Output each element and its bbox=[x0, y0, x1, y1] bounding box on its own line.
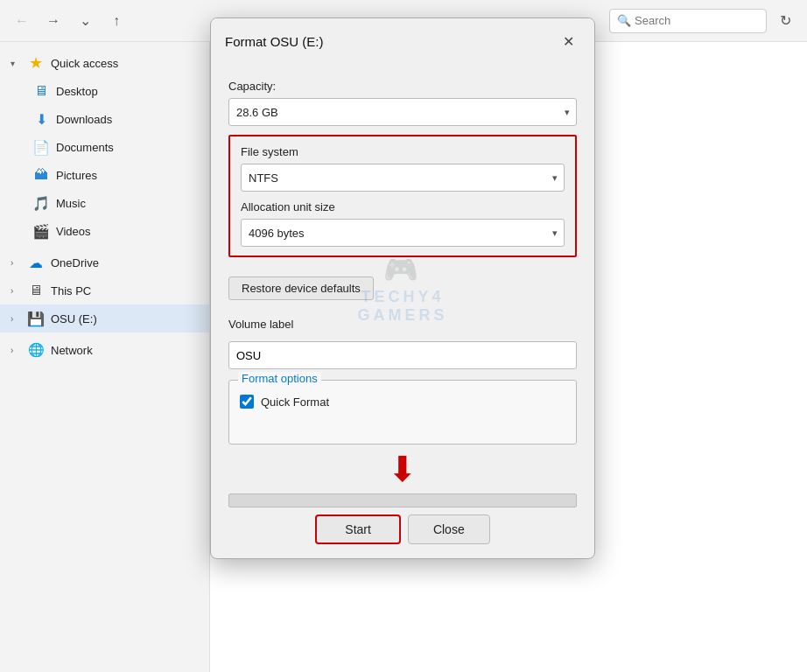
allocation-label: Allocation unit size bbox=[241, 200, 565, 214]
format-dialog: Format OSU (E:) ✕ Capacity: 28.6 GB ▾ Fi… bbox=[210, 18, 595, 559]
expand-arrow-icon: ▾ bbox=[11, 59, 25, 68]
expand-arrow-osu-icon: › bbox=[11, 314, 25, 324]
sidebar-item-quick-access[interactable]: ▾ ★ Quick access bbox=[0, 49, 209, 77]
filesystem-select[interactable]: NTFS FAT32 exFAT bbox=[241, 164, 565, 192]
dialog-titlebar: Format OSU (E:) ✕ bbox=[211, 18, 594, 60]
allocation-select-wrapper: 512 bytes 1024 bytes 2048 bytes 4096 byt… bbox=[241, 219, 565, 247]
start-button[interactable]: Start bbox=[315, 514, 401, 544]
refresh-button[interactable]: ↻ bbox=[772, 8, 798, 34]
documents-icon: 📄 bbox=[32, 137, 51, 157]
expand-arrow-thispc-icon: › bbox=[11, 286, 25, 296]
sidebar-music-label: Music bbox=[56, 197, 86, 210]
arrow-annotation: ⬇ bbox=[228, 452, 577, 486]
progress-bar bbox=[228, 494, 577, 508]
capacity-select[interactable]: 28.6 GB bbox=[228, 98, 577, 126]
sidebar-videos-label: Videos bbox=[56, 225, 91, 238]
expand-arrow-onedrive-icon: › bbox=[11, 258, 25, 268]
downloads-icon: ⬇ bbox=[32, 109, 51, 129]
close-button[interactable]: Close bbox=[408, 514, 490, 544]
filesystem-select-wrapper: NTFS FAT32 exFAT ▾ bbox=[241, 164, 565, 192]
restore-defaults-button[interactable]: Restore device defaults bbox=[228, 276, 374, 300]
sidebar-onedrive-label: OneDrive bbox=[51, 256, 99, 270]
videos-icon: 🎬 bbox=[32, 221, 51, 241]
capacity-label: Capacity: bbox=[228, 80, 577, 93]
quick-format-checkbox[interactable] bbox=[240, 395, 254, 409]
sidebar-item-music[interactable]: 🎵 Music bbox=[0, 189, 209, 217]
down-arrow-icon: ⬇ bbox=[388, 452, 418, 486]
sidebar-item-downloads[interactable]: ⬇ Downloads bbox=[0, 105, 209, 133]
thispc-icon: 🖥 bbox=[26, 281, 46, 300]
format-options-legend: Format options bbox=[238, 372, 321, 385]
sidebar-documents-label: Documents bbox=[56, 141, 114, 154]
sidebar-desktop-label: Desktop bbox=[56, 85, 98, 98]
desktop-icon: 🖥 bbox=[32, 81, 51, 101]
capacity-select-wrapper: 28.6 GB ▾ bbox=[228, 98, 577, 126]
format-options-section: Format options Quick Format bbox=[228, 380, 577, 444]
star-icon: ★ bbox=[26, 53, 46, 73]
volume-label-label: Volume label bbox=[228, 318, 577, 331]
music-icon: 🎵 bbox=[32, 193, 51, 213]
filesystem-allocation-box: File system NTFS FAT32 exFAT ▾ Allocatio… bbox=[228, 135, 577, 257]
sidebar-item-desktop[interactable]: 🖥 Desktop bbox=[0, 77, 209, 105]
dialog-buttons: Start Close bbox=[228, 514, 577, 544]
network-icon: 🌐 bbox=[26, 340, 46, 360]
search-box: 🔍 bbox=[609, 9, 767, 33]
sidebar-item-documents[interactable]: 📄 Documents bbox=[0, 133, 209, 161]
sidebar-item-onedrive[interactable]: › ☁ OneDrive bbox=[0, 248, 209, 276]
allocation-select[interactable]: 512 bytes 1024 bytes 2048 bytes 4096 byt… bbox=[241, 219, 565, 247]
sidebar-item-pictures[interactable]: 🏔 Pictures bbox=[0, 161, 209, 189]
dialog-body: Capacity: 28.6 GB ▾ File system NTFS FAT… bbox=[211, 60, 594, 558]
dialog-close-button[interactable]: ✕ bbox=[556, 29, 580, 53]
quick-format-label[interactable]: Quick Format bbox=[261, 396, 329, 409]
sidebar-item-osu[interactable]: › 💾 OSU (E:) bbox=[0, 304, 209, 332]
dialog-title: Format OSU (E:) bbox=[225, 34, 324, 49]
forward-button[interactable]: → bbox=[40, 8, 67, 34]
pictures-icon: 🏔 bbox=[32, 165, 51, 185]
up-button[interactable]: ↑ bbox=[103, 8, 130, 34]
filesystem-label: File system bbox=[241, 145, 565, 158]
sidebar-network-label: Network bbox=[51, 344, 93, 357]
back-button[interactable]: ← bbox=[9, 8, 35, 34]
quick-format-row: Quick Format bbox=[240, 395, 565, 409]
sidebar-pictures-label: Pictures bbox=[56, 169, 97, 182]
recent-button[interactable]: ⌄ bbox=[72, 8, 98, 34]
sidebar-item-videos[interactable]: 🎬 Videos bbox=[0, 217, 209, 245]
sidebar-item-network[interactable]: › 🌐 Network bbox=[0, 336, 209, 364]
sidebar-thispc-label: This PC bbox=[51, 284, 91, 298]
sidebar-osu-label: OSU (E:) bbox=[51, 312, 97, 326]
sidebar: ▾ ★ Quick access 🖥 Desktop ⬇ Downloads 📄… bbox=[0, 42, 210, 672]
sidebar-downloads-label: Downloads bbox=[56, 113, 112, 126]
quick-access-section: ▾ ★ Quick access 🖥 Desktop ⬇ Downloads 📄… bbox=[0, 49, 209, 245]
osu-drive-icon: 💾 bbox=[26, 309, 46, 328]
search-icon: 🔍 bbox=[617, 14, 631, 27]
format-options-box: Format options Quick Format bbox=[228, 380, 577, 444]
volume-label-input[interactable] bbox=[228, 341, 577, 369]
sidebar-item-thispc[interactable]: › 🖥 This PC bbox=[0, 276, 209, 304]
quick-access-label: Quick access bbox=[51, 57, 118, 70]
onedrive-icon: ☁ bbox=[26, 253, 46, 272]
expand-arrow-network-icon: › bbox=[11, 346, 25, 355]
search-input[interactable] bbox=[635, 14, 759, 27]
